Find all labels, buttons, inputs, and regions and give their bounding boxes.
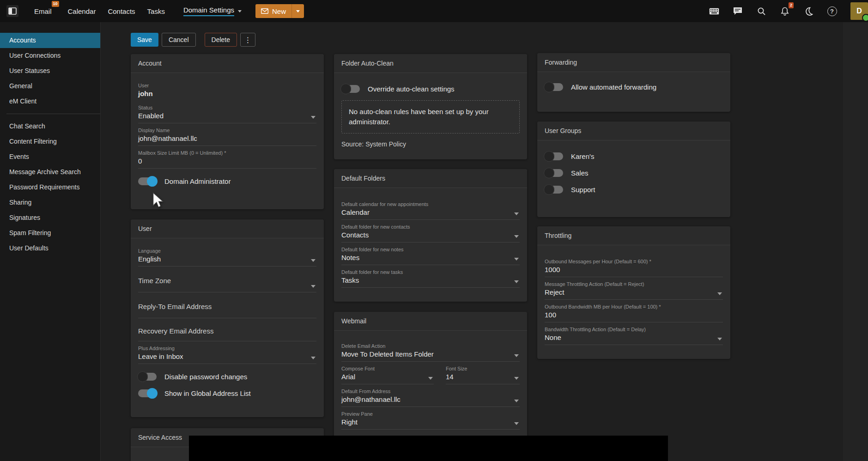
default-notes-select[interactable]: Default folder for new notes Notes bbox=[341, 243, 520, 265]
chevron-down-icon[interactable] bbox=[311, 285, 316, 288]
chevron-down-icon[interactable] bbox=[514, 258, 519, 261]
chevron-down-icon[interactable] bbox=[514, 212, 519, 215]
bandwidth-throttling-action-value[interactable]: None bbox=[545, 334, 723, 341]
chevron-down-icon[interactable] bbox=[514, 354, 519, 357]
recovery-email-input[interactable]: Recovery Email Address bbox=[138, 318, 316, 341]
group-karens-row: Karen's bbox=[545, 152, 723, 160]
sidebar-item-password-requirements[interactable]: Password Requirements bbox=[0, 180, 100, 195]
nav-domain-settings[interactable]: Domain Settings bbox=[183, 6, 242, 16]
chevron-down-icon[interactable] bbox=[717, 292, 722, 295]
sidebar-item-signatures[interactable]: Signatures bbox=[0, 210, 100, 225]
preview-pane-select[interactable]: Preview Pane Right bbox=[341, 407, 520, 430]
chevron-down-icon[interactable] bbox=[514, 235, 519, 238]
default-tasks-select[interactable]: Default folder for new tasks Tasks bbox=[341, 265, 520, 288]
keyboard-shortcuts-icon[interactable] bbox=[709, 6, 719, 16]
chevron-down-icon[interactable] bbox=[428, 377, 433, 380]
sidebar-item-user-connections[interactable]: User Connections bbox=[0, 48, 100, 63]
default-contacts-select[interactable]: Default folder for new contacts Contacts bbox=[341, 220, 520, 243]
group-karens-toggle[interactable] bbox=[545, 152, 563, 160]
font-size-value[interactable]: 14 bbox=[446, 373, 520, 381]
display-name-value[interactable]: john@nathanael.llc bbox=[138, 134, 316, 142]
sidebar-item-spam-filtering[interactable]: Spam Filtering bbox=[0, 225, 100, 241]
display-name-input[interactable]: Display Name john@nathanael.llc bbox=[138, 123, 316, 146]
avatar[interactable]: D bbox=[850, 2, 868, 20]
new-dropdown-button[interactable] bbox=[292, 10, 304, 12]
chevron-down-icon[interactable] bbox=[311, 357, 316, 359]
chat-icon[interactable] bbox=[733, 6, 743, 16]
cancel-button[interactable]: Cancel bbox=[162, 33, 196, 47]
chevron-down-icon[interactable] bbox=[514, 377, 519, 380]
timezone-select[interactable]: Time Zone bbox=[138, 267, 316, 292]
group-sales-toggle[interactable] bbox=[545, 169, 563, 177]
allow-forwarding-toggle[interactable] bbox=[545, 83, 563, 91]
chevron-down-icon bbox=[296, 10, 300, 12]
chevron-down-icon[interactable] bbox=[717, 338, 722, 340]
sidebar-item-content-filtering[interactable]: Content Filtering bbox=[0, 134, 100, 149]
default-calendar-select[interactable]: Default calendar for new appointments Ca… bbox=[341, 197, 520, 220]
delete-button[interactable]: Delete bbox=[205, 33, 237, 47]
group-support-toggle[interactable] bbox=[545, 186, 563, 194]
chevron-down-icon[interactable] bbox=[514, 422, 519, 425]
scrollbar-track[interactable] bbox=[843, 22, 868, 461]
preview-pane-value[interactable]: Right bbox=[341, 418, 520, 426]
nav-calendar[interactable]: Calendar bbox=[68, 7, 96, 15]
mailbox-size-value[interactable]: 0 bbox=[138, 157, 316, 165]
plus-addressing-select[interactable]: Plus Addressing Leave in Inbox bbox=[138, 341, 316, 364]
default-from-select[interactable]: Default From Address john@nathanael.llc bbox=[341, 384, 520, 407]
font-size-select[interactable]: Font Size 14 bbox=[446, 362, 520, 384]
sidebar-item-events[interactable]: Events bbox=[0, 149, 100, 164]
default-tasks-value[interactable]: Tasks bbox=[341, 276, 520, 284]
status-select[interactable]: Status Enabled bbox=[138, 101, 316, 123]
compose-font-value[interactable]: Arial bbox=[341, 373, 434, 381]
default-notes-value[interactable]: Notes bbox=[341, 254, 520, 261]
default-from-value[interactable]: john@nathanael.llc bbox=[341, 395, 520, 403]
outbound-bandwidth-input[interactable]: Outbound Bandwidth MB per Hour (Default … bbox=[545, 300, 723, 322]
sidebar-toggle-icon[interactable] bbox=[6, 5, 18, 17]
notifications-bell-icon[interactable]: 2 bbox=[780, 6, 790, 16]
domain-admin-toggle[interactable] bbox=[138, 177, 157, 185]
sidebar-item-sharing[interactable]: Sharing bbox=[0, 195, 100, 210]
search-icon[interactable] bbox=[756, 6, 766, 16]
outbound-bandwidth-value[interactable]: 100 bbox=[545, 311, 723, 319]
disable-password-toggle[interactable] bbox=[138, 373, 157, 381]
mailbox-size-input[interactable]: Mailbox Size Limit MB (0 = Unlimited) * … bbox=[138, 146, 316, 169]
chevron-down-icon[interactable] bbox=[514, 280, 519, 283]
replyto-input[interactable]: Reply-To Email Address bbox=[138, 292, 316, 318]
sidebar-item-user-defaults[interactable]: User Defaults bbox=[0, 241, 100, 256]
sidebar-item-user-statuses[interactable]: User Statuses bbox=[0, 63, 100, 79]
sidebar-item-chat-search[interactable]: Chat Search bbox=[0, 119, 100, 134]
help-icon[interactable]: ? bbox=[827, 6, 837, 16]
language-value[interactable]: English bbox=[138, 255, 316, 263]
chevron-down-icon[interactable] bbox=[311, 116, 316, 119]
default-calendar-value[interactable]: Calendar bbox=[341, 208, 520, 216]
save-button[interactable]: Save bbox=[131, 33, 158, 47]
delete-email-action-value[interactable]: Move To Deleted Items Folder bbox=[341, 350, 520, 358]
outbound-messages-input[interactable]: Outbound Messages per Hour (Default = 60… bbox=[545, 255, 723, 277]
delete-email-action-select[interactable]: Delete Email Action Move To Deleted Item… bbox=[341, 339, 520, 362]
dark-mode-moon-icon[interactable] bbox=[803, 6, 813, 16]
message-throttling-action-select[interactable]: Message Throttling Action (Default = Rej… bbox=[545, 277, 723, 300]
message-throttling-action-value[interactable]: Reject bbox=[545, 288, 723, 296]
nav-tasks[interactable]: Tasks bbox=[147, 7, 165, 15]
chevron-down-icon[interactable] bbox=[311, 259, 316, 262]
sidebar-item-general[interactable]: General bbox=[0, 79, 100, 94]
plus-addressing-value[interactable]: Leave in Inbox bbox=[138, 352, 316, 360]
sidebar-item-message-archive-search[interactable]: Message Archive Search bbox=[0, 164, 100, 180]
compose-font-select[interactable]: Compose Font Arial bbox=[341, 362, 434, 384]
card-title: Account bbox=[131, 54, 324, 73]
override-autoclean-toggle[interactable] bbox=[341, 85, 360, 93]
language-select[interactable]: Language English bbox=[138, 244, 316, 267]
new-button[interactable]: New bbox=[255, 7, 291, 15]
default-contacts-value[interactable]: Contacts bbox=[341, 231, 520, 239]
status-value[interactable]: Enabled bbox=[138, 112, 316, 120]
nav-contacts[interactable]: Contacts bbox=[108, 7, 135, 15]
outbound-messages-value[interactable]: 1000 bbox=[545, 266, 723, 273]
new-split-button[interactable]: New bbox=[255, 4, 304, 18]
global-address-list-toggle[interactable] bbox=[138, 389, 157, 397]
sidebar-item-accounts[interactable]: Accounts bbox=[0, 33, 100, 48]
bandwidth-throttling-action-select[interactable]: Bandwidth Throttling Action (Default = D… bbox=[545, 322, 723, 345]
nav-email[interactable]: Email 10 bbox=[34, 7, 52, 15]
chevron-down-icon[interactable] bbox=[514, 400, 519, 402]
sidebar-item-em-client[interactable]: eM Client bbox=[0, 94, 100, 109]
more-actions-button[interactable]: ⋮ bbox=[240, 33, 255, 47]
